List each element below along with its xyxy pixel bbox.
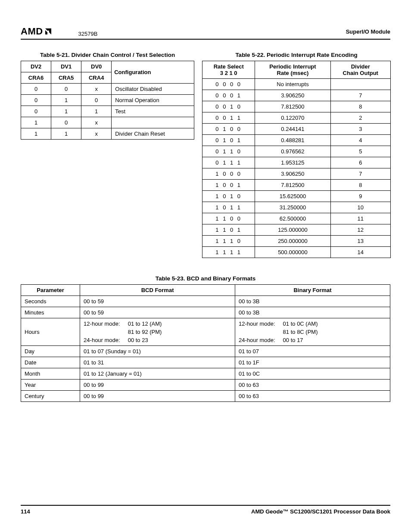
table-cell: 1 1 0 1 (202, 224, 255, 236)
table-cell: 01 to 07 (Sunday = 01) (80, 346, 235, 357)
table-cell-param: Century (21, 391, 80, 402)
table-row: 0 1 0 10.4882814 (202, 135, 391, 146)
table-cell: 1 (51, 128, 81, 140)
table-cell: Divider Chain Reset (112, 128, 194, 140)
table-cell: 10 (330, 202, 390, 213)
page-header: AMD 32579B SuperI/O Module (21, 26, 390, 40)
th-line: Rate (msec) (277, 70, 309, 76)
table-row: Hours12-hour mode:01 to 12 (AM)81 to 92 … (21, 318, 390, 346)
table-cell: 125.000000 (255, 224, 331, 236)
table-cell: 1 (81, 106, 112, 117)
table-row: 0 0 0 0No interrupts (202, 79, 391, 90)
table-cell: 7 (330, 168, 390, 180)
th-cra6: CRA6 (21, 72, 51, 84)
table-row: Day01 to 07 (Sunday = 01)01 to 07 (21, 346, 390, 357)
table-cell: 01 to 12 (January = 01) (80, 368, 235, 380)
table-cell: 1 (51, 95, 81, 106)
mode-label: 24-hour mode: (239, 337, 275, 343)
table-cell: 0.488281 (255, 135, 331, 146)
table-cell-param: Hours (21, 318, 80, 346)
table-cell: 1 1 0 0 (202, 213, 255, 224)
mode-label: 12-hour mode: (84, 320, 120, 327)
th-line: Rate Select (214, 63, 244, 70)
table-cell: 1 (51, 106, 81, 117)
page-number: 114 (21, 508, 30, 515)
table-cell: 1.953125 (255, 157, 331, 168)
mode-value: 00 to 17 (283, 337, 386, 343)
table-cell: 0 1 1 1 (202, 157, 255, 168)
table-522-wrap: Table 5-22. Periodic Interrupt Rate Enco… (202, 52, 391, 258)
table-cell: 7.812500 (255, 101, 331, 112)
table-row: 1 1 0 062.50000011 (202, 213, 391, 224)
th-line: Chain Output (343, 70, 378, 76)
table-cell: 8 (330, 101, 390, 112)
table-521-caption: Table 5-21. Divider Chain Control / Test… (21, 52, 194, 58)
table-row: 1 0 1 131.25000010 (202, 202, 391, 213)
table-cell: 0 0 1 1 (202, 112, 255, 124)
table-cell: 7.812500 (255, 180, 331, 191)
table-523: Parameter BCD Format Binary Format Secon… (21, 284, 390, 402)
table-521-wrap: Table 5-21. Divider Chain Control / Test… (21, 52, 194, 140)
table-cell: 250.000000 (255, 236, 331, 247)
th-rate-select: Rate Select 3 2 1 0 (202, 61, 255, 79)
logo-text: AMD (21, 26, 43, 37)
table-cell: 0 1 0 1 (202, 135, 255, 146)
table-cell: 1 1 1 1 (202, 247, 255, 258)
table-cell: x (81, 117, 112, 128)
mode-value: 01 to 12 (AM) (128, 320, 231, 327)
table-cell-param: Day (21, 346, 80, 357)
table-cell: 1 0 0 1 (202, 180, 255, 191)
th-rate-msec: Periodic Interrupt Rate (msec) (255, 61, 331, 79)
table-cell: 1 (21, 117, 51, 128)
table-cell: 00 to 63 (235, 380, 390, 391)
table-cell: 1 0 1 0 (202, 191, 255, 202)
table-cell-multi: 12-hour mode:01 to 0C (AM)81 to 8C (PM)2… (235, 318, 390, 346)
th-divider-out: Divider Chain Output (330, 61, 390, 79)
page-footer: 114 AMD Geode™ SC1200/SC1201 Processor D… (21, 505, 390, 515)
table-cell: 0 0 0 1 (202, 90, 255, 101)
table-cell: 3.906250 (255, 168, 331, 180)
table-cell: 0 1 0 0 (202, 124, 255, 135)
table-row: 0 0 1 10.1220702 (202, 112, 391, 124)
table-cell: 2 (330, 112, 390, 124)
table-521: DV2 DV1 DV0 Configuration CRA6 CRA5 CRA4… (21, 61, 194, 140)
table-cell: 00 to 59 (80, 307, 235, 318)
table-cell: 0 0 1 0 (202, 101, 255, 112)
th-cra5: CRA5 (51, 72, 81, 84)
table-522: Rate Select 3 2 1 0 Periodic Interrupt R… (202, 61, 391, 258)
table-cell-param: Seconds (21, 296, 80, 307)
table-cell: 01 to 07 (235, 346, 390, 357)
table-cell: 9 (330, 191, 390, 202)
table-cell-param: Date (21, 357, 80, 368)
table-row: 1 0 0 03.9062507 (202, 168, 391, 180)
th-line: Divider (351, 63, 370, 70)
table-cell: 0 (51, 117, 81, 128)
th-bcd: BCD Format (80, 285, 235, 296)
table-cell: 00 to 59 (80, 296, 235, 307)
table-cell: 01 to 0C (235, 368, 390, 380)
table-cell: 0 0 0 0 (202, 79, 255, 90)
mode-label: 24-hour mode: (84, 337, 120, 343)
table-523-caption: Table 5-23. BCD and Binary Formats (21, 275, 390, 282)
table-row: Month01 to 12 (January = 01)01 to 0C (21, 368, 390, 380)
table-cell: 1 0 1 1 (202, 202, 255, 213)
table-cell: 01 to 1F (235, 357, 390, 368)
table-cell: 7 (330, 90, 390, 101)
table-cell: 0 (21, 84, 51, 95)
table-row: 0 0 0 13.9062507 (202, 90, 391, 101)
mode-label: 12-hour mode: (239, 320, 275, 327)
th-parameter: Parameter (21, 285, 80, 296)
table-cell: 00 to 99 (80, 380, 235, 391)
table-cell: 13 (330, 236, 390, 247)
table-cell: 62.500000 (255, 213, 331, 224)
table-row: 11xDivider Chain Reset (21, 128, 194, 140)
table-row: 0 0 1 07.8125008 (202, 101, 391, 112)
table-cell: 01 to 31 (80, 357, 235, 368)
table-row: 1 1 1 0250.00000013 (202, 236, 391, 247)
table-row: 1 1 1 1500.00000014 (202, 247, 391, 258)
th-line: Periodic Interrupt (269, 63, 316, 70)
table-cell: 00 to 99 (80, 391, 235, 402)
table-row: Year00 to 9900 to 63 (21, 380, 390, 391)
table-row: Parameter BCD Format Binary Format (21, 285, 390, 296)
table-cell: 3 (330, 124, 390, 135)
